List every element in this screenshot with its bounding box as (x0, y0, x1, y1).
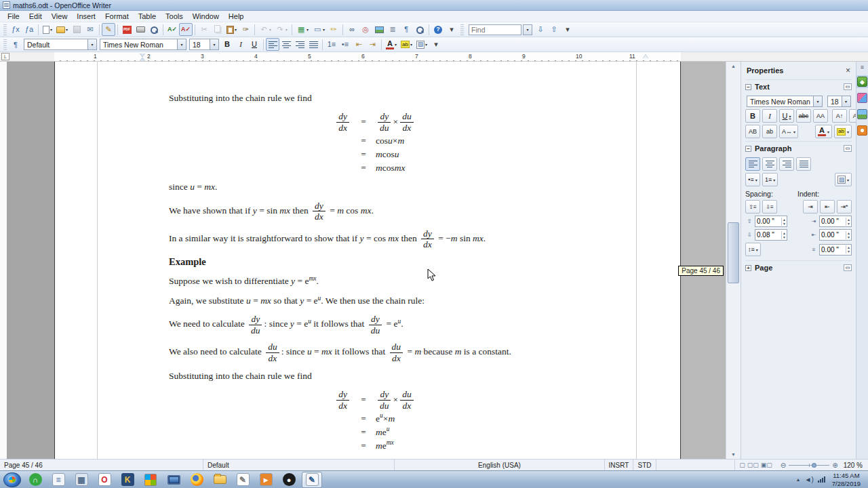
password-safe-taskbar-button[interactable]: K (117, 472, 138, 488)
openoffice-writer-taskbar-button[interactable]: ✎ (302, 472, 322, 488)
find-overflow-icon[interactable]: ▾ (561, 23, 574, 36)
font-size-select[interactable]: 18▾ (189, 39, 219, 50)
text-section-options-icon[interactable]: ▭ (844, 83, 852, 90)
navigator-tab-icon[interactable] (857, 125, 867, 136)
italic-icon[interactable]: I (234, 38, 248, 51)
sidebar-font-size-select[interactable]: 18▾ (827, 96, 851, 107)
page-preview-icon[interactable] (147, 23, 161, 36)
sidebar-spacing-above-button[interactable]: ⇧≡ (745, 200, 760, 214)
dropdown-arrow-icon[interactable]: ▾ (410, 42, 412, 47)
dropdown-arrow-icon[interactable]: ▾ (285, 27, 288, 32)
help-icon[interactable]: ? (431, 23, 445, 36)
status-insert-mode[interactable]: INSRT (605, 460, 633, 470)
find-dropdown[interactable]: ▾ (523, 24, 532, 35)
spinner-icon[interactable]: ▲▼ (846, 218, 851, 226)
remote-desktop-taskbar-button[interactable] (163, 472, 184, 488)
dropdown-arrow-icon[interactable]: ▾ (66, 27, 68, 32)
data-sources-icon[interactable]: ≣ (386, 23, 399, 36)
find-next-icon[interactable]: ⇩ (534, 23, 547, 36)
dropdown-arrow-icon[interactable]: ▾ (395, 42, 397, 47)
dropdown-arrow-icon[interactable]: ▾ (269, 27, 271, 32)
page-section-options-icon[interactable]: ▭ (844, 264, 852, 271)
sidebar-align-justify-button[interactable] (796, 157, 811, 171)
sidebar-highlighting-button[interactable]: ab▾ (834, 125, 852, 138)
align-justify-icon[interactable] (307, 38, 320, 51)
zoom-percentage[interactable]: 120 % (842, 462, 868, 469)
font-name-select[interactable]: Times New Roman▾ (100, 39, 186, 50)
menu-insert[interactable]: Insert (72, 11, 100, 22)
paragraph-style-icon[interactable]: ¶ (9, 38, 22, 51)
menu-tools[interactable]: Tools (161, 11, 188, 22)
single-page-view-icon[interactable]: ▢ (739, 462, 745, 468)
scrollbar-track[interactable] (726, 70, 741, 450)
collapse-icon[interactable]: − (745, 146, 751, 152)
sidebar-underline-button[interactable]: U▾ (779, 109, 794, 123)
vertical-scrollbar[interactable]: ▲ ▼ (726, 62, 741, 459)
table-icon[interactable]: ▦▾ (294, 23, 311, 36)
find-previous-icon[interactable]: ⇧ (547, 23, 561, 36)
wordpad-taskbar-button[interactable]: ≡ (48, 472, 68, 488)
menu-format[interactable]: Format (100, 11, 134, 22)
nonprinting-characters-icon[interactable]: ¶ (399, 23, 413, 36)
scroll-up-icon[interactable]: ▲ (731, 62, 736, 70)
tab-stop-selector-icon[interactable]: L (1, 53, 9, 60)
export-pdf-icon[interactable]: PDF (120, 23, 134, 36)
sidebar-lowercase-button[interactable]: ab (762, 125, 777, 138)
volume-icon[interactable]: ◄) (805, 476, 814, 483)
menu-file[interactable]: File (3, 11, 24, 22)
background-color-icon[interactable]: ▨▾ (414, 38, 429, 51)
paste-icon[interactable]: ▾ (224, 23, 239, 36)
style-dropdown-icon[interactable]: ▾ (87, 39, 96, 49)
increase-indent-icon[interactable]: ⇥ (366, 38, 379, 51)
scroll-down-icon[interactable]: ▼ (731, 450, 736, 459)
obs-taskbar-button[interactable]: ● (279, 472, 299, 488)
sidebar-numbered-list-button[interactable]: 1≡▾ (762, 173, 778, 186)
menu-window[interactable]: Window (188, 11, 224, 22)
indent-marker-right-icon[interactable] (643, 54, 648, 58)
sidebar-increase-font-button[interactable]: A↑ (832, 109, 847, 123)
sidebar-italic-button[interactable]: I (762, 109, 777, 123)
find-input[interactable] (469, 24, 521, 35)
menu-edit[interactable]: Edit (24, 11, 47, 22)
find-replace-icon[interactable]: ∞ (345, 23, 359, 36)
status-language[interactable]: English (USA) (395, 460, 605, 470)
highlighting-icon[interactable]: ab▾ (399, 38, 414, 51)
styles-tab-icon[interactable] (857, 93, 867, 103)
sidebar-character-spacing-button[interactable]: A↔▾ (779, 125, 798, 138)
taskbar-clock[interactable]: 11:45 AM 7/28/2019 (829, 472, 863, 487)
status-page-style[interactable]: Default (203, 460, 395, 470)
sidebar-decrease-indent-button[interactable]: ⇤ (820, 200, 835, 214)
sidebar-bold-button[interactable]: B (745, 109, 760, 123)
dropdown-arrow-icon[interactable]: ▾ (425, 42, 427, 47)
gallery-tab-icon[interactable] (857, 109, 867, 119)
sidebar-hanging-indent-button[interactable]: ⇥* (837, 200, 852, 214)
fontwork-fa-icon[interactable]: ƒa (22, 23, 36, 36)
sidebar-font-name-select[interactable]: Times New Roman▾ (747, 96, 823, 107)
scrollbar-thumb[interactable] (728, 222, 739, 283)
first-line-indent-input[interactable] (820, 246, 846, 253)
draw-functions-icon[interactable]: ✏ (327, 23, 340, 36)
align-center-icon[interactable] (279, 38, 293, 51)
sidebar-close-icon[interactable]: × (846, 66, 850, 75)
auto-spellcheck-icon[interactable]: A✓ (179, 23, 193, 36)
tray-expand-icon[interactable]: ▲ (796, 477, 801, 482)
spinner-icon[interactable]: ▲▼ (781, 218, 787, 226)
sidebar-font-color-button[interactable]: A▾ (815, 125, 832, 138)
document-as-email-icon[interactable]: ✉ (83, 23, 97, 36)
align-left-icon[interactable] (266, 38, 279, 51)
zoom-slider-thumb[interactable] (812, 463, 816, 468)
status-selection-mode[interactable]: STD (633, 460, 656, 470)
title-bar[interactable]: maths6.odt - OpenOffice Writer (0, 0, 868, 11)
menu-table[interactable]: Table (134, 11, 161, 22)
file-manager-taskbar-button[interactable] (210, 472, 230, 488)
indent-marker-left-icon[interactable] (140, 54, 145, 57)
paragraph-style-select[interactable]: Default▾ (24, 39, 97, 50)
sidebar-decrease-font-button[interactable]: A↓ (849, 109, 856, 123)
notepad-taskbar-button[interactable]: ✎ (233, 472, 253, 488)
fontwork-fx-icon[interactable]: ƒx (9, 23, 22, 36)
zoom-in-icon[interactable]: ⊕ (832, 462, 837, 469)
dropdown-arrow-icon[interactable]: ▾ (323, 27, 325, 32)
menu-help[interactable]: Help (224, 11, 249, 22)
zoom-icon[interactable] (413, 23, 427, 36)
spinner-icon[interactable]: ▲▼ (781, 231, 787, 239)
